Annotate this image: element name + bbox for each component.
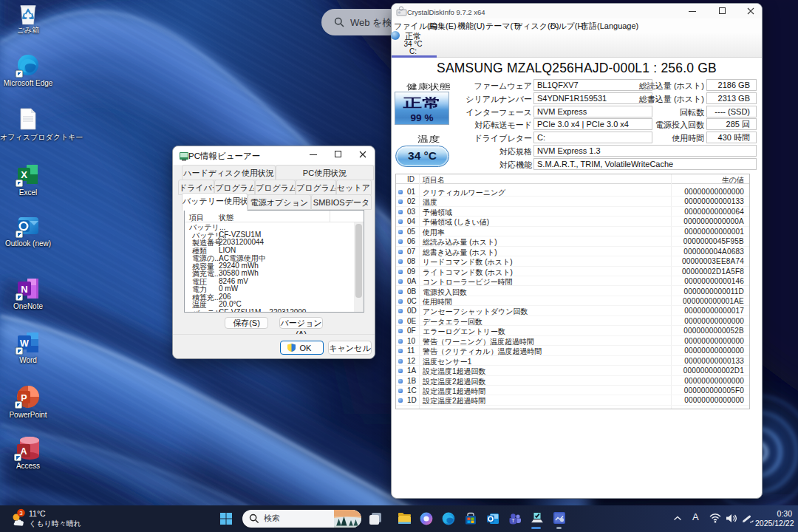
svg-text:3: 3 xyxy=(19,510,23,516)
svg-text:X: X xyxy=(21,169,27,180)
svg-text:T: T xyxy=(511,518,515,523)
